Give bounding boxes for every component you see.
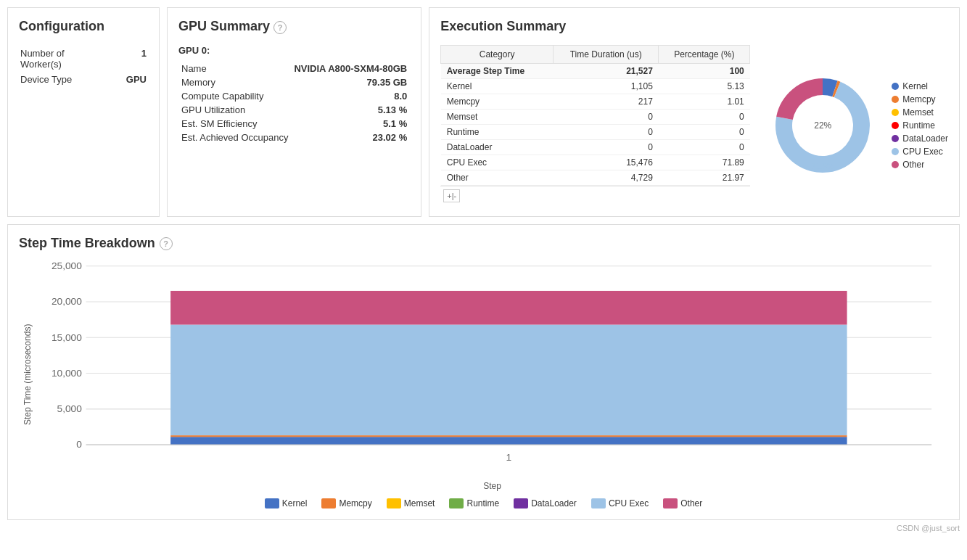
exec-cell-category: Runtime	[441, 125, 554, 140]
legend-item: Kernel	[892, 81, 948, 91]
exec-table-row: CPU Exec 15,476 71.89	[441, 155, 750, 170]
legend-dot	[892, 83, 899, 90]
legend-dot	[892, 96, 899, 103]
gpu-occ-label: Est. Achieved Occupancy	[178, 131, 291, 144]
legend-item: Memcpy	[892, 94, 948, 104]
exec-cell-duration: 0	[553, 140, 658, 155]
x-axis-label: Step	[36, 481, 948, 491]
donut-center-label: 22%	[814, 120, 831, 131]
legend-label: CPU Exec	[902, 147, 942, 157]
exec-cell-duration: 21,527	[553, 64, 658, 79]
gpu-name-label: Name	[178, 62, 291, 75]
bar-legend-label: Memset	[404, 498, 435, 508]
exec-cell-category: Kernel	[441, 79, 554, 94]
legend-dot	[892, 109, 899, 116]
exec-col-percentage: Percentage (%)	[659, 46, 750, 64]
y-axis-label: Step Time (microseconds)	[19, 258, 36, 491]
breakdown-help-icon[interactable]: ?	[160, 237, 173, 250]
legend-item: Memset	[892, 107, 948, 118]
gpu-compute-value: 8.0	[291, 89, 410, 103]
bar-legend-rect	[514, 498, 528, 508]
exec-table: Category Time Duration (us) Percentage (…	[440, 45, 750, 186]
exec-cell-category: Other	[441, 170, 554, 186]
gpu-compute-label: Compute Capability	[178, 89, 291, 103]
exec-table-row: Other 4,729 21.97	[441, 170, 750, 186]
exec-cell-duration: 0	[553, 110, 658, 125]
exec-cell-pct: 5.13	[659, 79, 750, 94]
legend-label: Memset	[902, 107, 934, 118]
gpu-sm-value: 5.1 %	[291, 117, 410, 131]
bar-legend-label: CPU Exec	[609, 498, 649, 508]
bar-legend-item: Memset	[387, 498, 435, 508]
svg-text:25,000: 25,000	[52, 260, 82, 271]
exec-cell-category: CPU Exec	[441, 155, 554, 170]
legend-item: Runtime	[892, 120, 948, 131]
svg-text:10,000: 10,000	[52, 368, 82, 379]
bar-legend-label: Other	[680, 498, 702, 508]
bar-segment	[170, 437, 847, 445]
exec-cell-pct: 1.01	[659, 94, 750, 110]
legend-label: Runtime	[902, 120, 935, 131]
exec-cell-pct: 100	[659, 64, 750, 79]
bar-legend-rect	[387, 498, 401, 508]
breakdown-title: Step Time Breakdown ?	[19, 236, 948, 251]
bar-legend-label: Runtime	[466, 498, 499, 508]
config-value-workers: 1	[111, 46, 147, 71]
config-table: Number ofWorker(s) 1 Device Type GPU	[19, 45, 148, 88]
exec-table-row: Average Step Time 21,527 100	[441, 64, 750, 79]
gpu-util-label: GPU Utilization	[178, 103, 291, 117]
legend-label: DataLoader	[902, 133, 948, 144]
exec-table-row: Runtime 0 0	[441, 125, 750, 140]
config-panel: Configuration Number ofWorker(s) 1 Devic…	[7, 7, 160, 217]
legend-item: CPU Exec	[892, 147, 948, 157]
exec-cell-duration: 217	[553, 94, 658, 110]
svg-text:15,000: 15,000	[52, 332, 82, 343]
legend-item: Other	[892, 160, 948, 170]
exec-expand-btn[interactable]: +|-	[443, 189, 460, 202]
bar-legend-label: DataLoader	[531, 498, 577, 508]
exec-col-category: Category	[441, 46, 554, 64]
chart-area: Step Time (microseconds) 05,00010,00015,…	[19, 258, 948, 491]
config-value-device: GPU	[111, 73, 147, 86]
exec-cell-duration: 15,476	[553, 155, 658, 170]
bar-segment	[170, 435, 847, 437]
legend-label: Other	[902, 160, 924, 170]
legend-dot	[892, 161, 899, 168]
chart-inner: 05,00010,00015,00020,00025,0001 Step	[36, 258, 948, 491]
bar-legend-item: DataLoader	[514, 498, 577, 508]
svg-text:20,000: 20,000	[52, 297, 82, 308]
gpu-title: GPU Summary ?	[178, 19, 410, 34]
exec-cell-pct: 0	[659, 110, 750, 125]
exec-table-row: Memcpy 217 1.01	[441, 94, 750, 110]
exec-table-footer: +|-	[440, 186, 750, 205]
gpu-sm-label: Est. SM Efficiency	[178, 117, 291, 131]
exec-table-row: Memset 0 0	[441, 110, 750, 125]
exec-cell-duration: 4,729	[553, 170, 658, 186]
config-label-workers: Number ofWorker(s)	[20, 46, 110, 71]
exec-cell-duration: 0	[553, 125, 658, 140]
bar-legend-item: Memcpy	[321, 498, 371, 508]
breakdown-panel: Step Time Breakdown ? Step Time (microse…	[7, 224, 960, 520]
bar-segment	[170, 325, 847, 436]
exec-cell-category: DataLoader	[441, 140, 554, 155]
svg-text:0: 0	[76, 440, 82, 450]
gpu-section-label: GPU 0:	[178, 45, 410, 56]
bar-legend-item: Kernel	[265, 498, 308, 508]
legend-label: Kernel	[902, 81, 928, 91]
bar-legend-item: Other	[663, 498, 702, 508]
bar-legend-rect	[449, 498, 464, 508]
gpu-occ-value: 23.02 %	[291, 131, 410, 144]
config-label-device: Device Type	[20, 73, 110, 86]
bar-legend-rect	[591, 498, 606, 508]
gpu-help-icon[interactable]: ?	[273, 21, 287, 34]
exec-col-duration: Time Duration (us)	[553, 46, 658, 64]
exec-table-row: DataLoader 0 0	[441, 140, 750, 155]
exec-cell-pct: 71.89	[659, 155, 750, 170]
svg-text:5,000: 5,000	[57, 404, 82, 415]
donut-segment	[776, 78, 823, 120]
legend-dot	[892, 135, 899, 142]
legend-dot	[892, 148, 899, 155]
gpu-info-table: Name NVIDIA A800-SXM4-80GB Memory 79.35 …	[178, 62, 410, 144]
gpu-name-value: NVIDIA A800-SXM4-80GB	[291, 62, 410, 75]
gpu-panel: GPU Summary ? GPU 0: Name NVIDIA A800-SX…	[167, 7, 421, 217]
